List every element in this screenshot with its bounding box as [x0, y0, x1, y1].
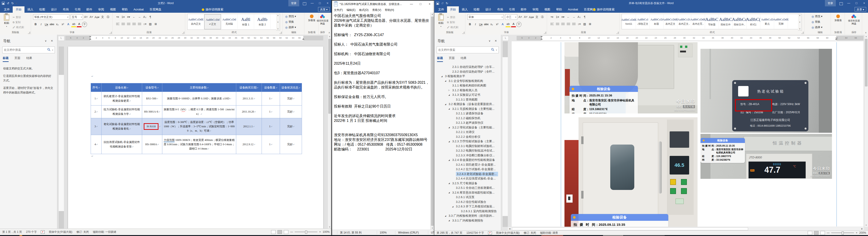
bold-button[interactable]: B	[33, 22, 38, 27]
nav-tab-1[interactable]: 标题	[437, 56, 443, 62]
nav-heading-item[interactable]: ◢3.2 检测设备（设备这是重新提供...	[434, 102, 500, 107]
distribute-button[interactable]	[137, 21, 142, 27]
hanging-indent-marker[interactable]	[540, 38, 543, 40]
nav-heading-item[interactable]: ◢3.2.6 尾管悬挂器地面性能试验...	[434, 190, 500, 195]
signin-button[interactable]: 登录	[288, 0, 299, 6]
menu-item[interactable]: 格式(O)	[357, 7, 370, 12]
enclose-char-button[interactable]: 字	[82, 22, 87, 27]
nav-heading-item[interactable]: ◢3.1 企业专职检验检测机构	[434, 79, 500, 84]
decrease-indent-button[interactable]: ←	[131, 14, 136, 20]
dialog-launcher-icon[interactable]: ↘	[182, 32, 184, 34]
nav-heading-item[interactable]: 3.2.6.2 综合性能试验台	[434, 200, 500, 204]
nav-heading-item[interactable]: ◢3.2.3 力学性能试验设备（主要...	[434, 139, 500, 144]
zoom-in-button[interactable]: +	[856, 231, 857, 234]
ribbon-tab-6[interactable]: 布局	[60, 6, 72, 13]
collapse-triangle-icon[interactable]: ◢	[452, 206, 456, 208]
nav-heading-item[interactable]: 3.2.2.1 光谱仪	[434, 130, 500, 135]
highlight-button[interactable]: ab	[71, 21, 76, 27]
ribbon-tab-10[interactable]: 视图	[107, 6, 119, 13]
cell-status[interactable]: 完好↵	[280, 135, 302, 154]
nav-heading-item[interactable]: 2.3.1 自动控温热处理炉（台车...	[434, 65, 500, 69]
nav-heading-item[interactable]: ◢3 检验检测水平	[434, 74, 500, 79]
cell-date[interactable]: 2012.9.12↵	[236, 135, 262, 154]
cell-no[interactable]: 3↵	[91, 118, 101, 135]
nav-tab-1[interactable]: 标题	[3, 56, 9, 62]
ribbon-tab-1[interactable]: 文件	[1, 6, 13, 13]
cell-date[interactable]: 2012.1.1↵	[236, 118, 262, 135]
nav-heading-item[interactable]: ◢3.2.1 无损检测设备（主要性能...	[434, 107, 500, 111]
cell-params[interactable]: 测量范围 0-5（kN）；精度 0.5 级；调速范围 1-500（mm/min）…	[162, 106, 236, 118]
table-header-cell[interactable]: 设备型号↵	[142, 83, 162, 92]
font-size-combo[interactable]: 小三▾	[505, 14, 517, 20]
increase-indent-button[interactable]: →	[137, 14, 142, 20]
cell-status[interactable]: 完好↵	[280, 106, 302, 118]
close-button[interactable]: ×	[324, 0, 332, 6]
cell-qty[interactable]: 1↵	[262, 135, 280, 154]
shading-button[interactable]: ▨	[148, 21, 153, 27]
ribbon-tab-5[interactable]: 设计	[48, 6, 60, 13]
text-effects-button[interactable]: A	[66, 22, 71, 27]
nav-heading-item[interactable]: 3.1.1 检验机构组织机构图	[434, 83, 500, 88]
nav-heading-item[interactable]: ◢3.2.4 非金属密封件性能检测设备	[434, 158, 500, 163]
collapse-triangle-icon[interactable]: ◢	[448, 94, 452, 96]
ribbon-display-options-icon[interactable]: ⌃	[301, 0, 308, 6]
nav-pane-close-icon[interactable]: ✕	[495, 39, 497, 42]
paste-button[interactable]: 粘贴▾	[1, 13, 12, 30]
hanging-indent-marker[interactable]	[89, 38, 91, 40]
collapse-triangle-icon[interactable]: ◢	[448, 191, 452, 194]
vertical-ruler[interactable]	[503, 41, 508, 227]
taskbar-sliver[interactable]	[0, 235, 868, 236]
italic-button[interactable]: I	[38, 22, 43, 27]
align-left-button[interactable]	[550, 21, 555, 27]
cell-model[interactable]: HS-3001A-S↵	[142, 106, 162, 118]
ribbon-tab-3[interactable]: 插入	[459, 6, 471, 13]
underline-button[interactable]: U▾	[478, 22, 483, 27]
nav-tab-2[interactable]: 页面	[449, 56, 455, 62]
cell-name[interactable]: 邵氏硬度计-非金属密封件性能检测设备硬度↵	[101, 92, 142, 106]
show-marks-button[interactable]: ¶	[148, 14, 153, 20]
zoom-slider-thumb[interactable]	[305, 231, 307, 234]
borders-button[interactable]: ⊞	[153, 21, 158, 27]
shading-button[interactable]: ▨	[582, 21, 587, 27]
right-indent-marker[interactable]	[835, 38, 837, 40]
paste-button[interactable]: 粘贴▾	[436, 13, 446, 30]
cell-params[interactable]: 温度范围：0-300℃；温度波动度：±1℃（空载时）；功率 1000（W）；升温…	[162, 118, 236, 135]
zoom-slider-thumb[interactable]	[842, 232, 844, 235]
up-arrow-icon[interactable]: ▲	[277, 14, 279, 16]
dialog-launcher-icon[interactable]: ↘	[801, 32, 804, 34]
ribbon-tab-9[interactable]: 审阅	[530, 6, 541, 13]
nav-heading-item[interactable]: ◢3.2.5 尺寸检测设备	[434, 181, 500, 186]
status-language[interactable]: 简体中文(中国大陆)	[496, 231, 520, 235]
chevron-down-icon[interactable]: ∨	[52, 49, 53, 51]
close-button[interactable]: ×	[425, 1, 434, 7]
status-language[interactable]: 简体中文(中国大陆)	[49, 230, 72, 234]
line-spacing-button[interactable]: ↕≡	[142, 21, 147, 27]
maximize-button[interactable]: □	[316, 0, 324, 6]
nav-heading-item[interactable]: 3.2.4.3 老化试验箱-非金属密...	[434, 172, 500, 177]
menu-item[interactable]: 文件(F)	[332, 7, 345, 12]
ribbon-tab-8[interactable]: 邮件	[84, 6, 95, 13]
web-layout-icon[interactable]	[284, 230, 288, 234]
style-item[interactable]: AaBbCcDdEfont11	[622, 14, 636, 29]
ribbon-tab-13[interactable]: 百度网盘	[147, 6, 164, 13]
expand-triangle-icon[interactable]: ▷	[448, 89, 452, 91]
ribbon-tab-6[interactable]: 布局	[494, 6, 506, 13]
highlight-button[interactable]: ab	[505, 21, 510, 27]
table-header-cell[interactable]: 设备数量↵	[262, 83, 280, 92]
cell-qty[interactable]: 1↵	[262, 118, 280, 135]
numbering-button[interactable]: 1≡	[555, 14, 560, 20]
print-layout-icon[interactable]	[277, 230, 282, 234]
increase-indent-button[interactable]: →	[571, 14, 576, 20]
first-line-indent-marker[interactable]	[89, 36, 91, 38]
collapse-triangle-icon[interactable]: ◢	[448, 182, 452, 184]
scrollbar-thumb[interactable]	[865, 39, 868, 86]
tell-me-search[interactable]: 操作说明搜索	[202, 6, 223, 13]
collapse-triangle-icon[interactable]: ◢	[448, 219, 452, 222]
zoom-slider[interactable]	[831, 233, 854, 233]
share-button[interactable]: 共享 ▾	[855, 7, 866, 11]
zoom-slider[interactable]	[295, 232, 317, 232]
collapse-triangle-icon[interactable]: ◢	[448, 126, 452, 128]
minimize-button[interactable]: —	[845, 0, 852, 6]
dialog-launcher-icon[interactable]: ↘	[110, 32, 112, 34]
cell-model[interactable]: H-X618↵	[142, 118, 162, 135]
